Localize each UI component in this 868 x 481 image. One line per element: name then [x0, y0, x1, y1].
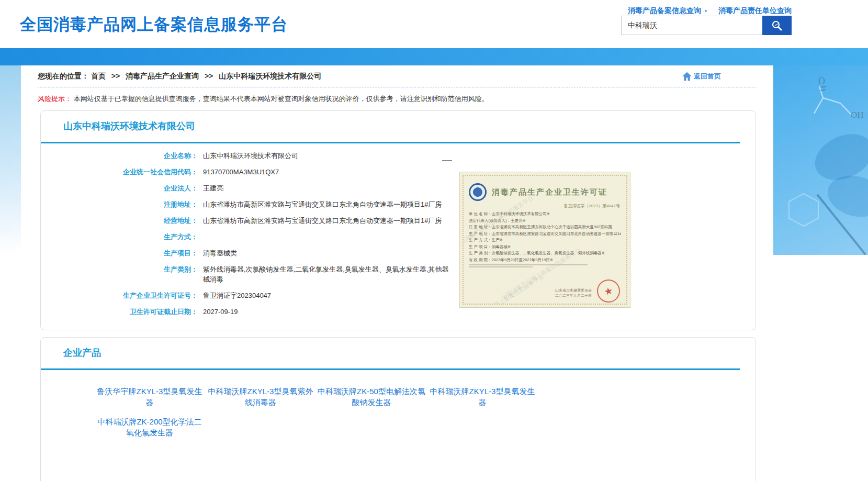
field-label: 企业名称：	[41, 151, 198, 161]
field-label: 生产方式：	[41, 232, 198, 242]
header-divider-bar	[0, 48, 868, 65]
certificate-line-label: 生 产 项 目：	[469, 244, 492, 249]
field-value: 山东省潍坊市高新区潍安路与宝通街交叉路口东北角自动变速器一期项目1#厂房	[203, 216, 442, 226]
company-card-title: 山东中科瑞沃环境技术有限公司	[41, 111, 756, 132]
nav-link-responsible-unit-query[interactable]: 消毒产品责任单位查询	[718, 6, 792, 16]
products-card: 企业产品 鲁沃华宇牌ZKYL-3型臭氧发生器 中科瑞沃牌ZKYL-3型臭氧紫外线…	[40, 337, 756, 481]
certificate-title: 消毒产品生产企业卫生许可证	[492, 187, 607, 197]
certificate-line-production-mode: 生 产 方 式：生产※	[469, 237, 621, 244]
product-link-2[interactable]: 中科瑞沃牌ZKYL-3型臭氧紫外线消毒器	[207, 386, 314, 408]
product-link-3[interactable]: 中科瑞沃牌ZK-50型电解法次氯酸钠发生器	[318, 386, 425, 408]
certificate-line-production-address: 生 产 地 址：山东省潍坊市高新区潍安路与宝通街交叉路口东北角自动变速器一期项目…	[469, 231, 621, 238]
product-links: 鲁沃华宇牌ZKYL-3型臭氧发生器 中科瑞沃牌ZKYL-3型臭氧紫外线消毒器 中…	[96, 386, 556, 438]
back-home-link[interactable]: 返回首页	[682, 72, 721, 81]
field-value: 鲁卫消证字202304047	[203, 290, 271, 300]
certificate-line-value: 消毒器械※	[492, 244, 511, 249]
site-title: 全国消毒产品网上备案信息服务平台	[20, 14, 288, 36]
search-input[interactable]	[621, 16, 762, 35]
certificate-header: 消毒产品生产企业卫生许可证	[469, 183, 621, 201]
field-value: 91370700MA3M3U1QX7	[203, 167, 279, 177]
certificate-line-value: 2023年9月20日至2027年9月19日※	[492, 258, 553, 262]
field-label: 企业法人：	[41, 183, 198, 193]
certificate-emblem-core	[473, 187, 482, 197]
svg-text:O: O	[818, 76, 825, 86]
certificate-line-label: 生 产 类 别：	[469, 251, 492, 255]
field-value: 山东省潍坊市高新区潍安路与宝通街交叉路口东北角自动变速器一期项目1#厂房	[203, 199, 442, 209]
certificate-image: 全国消毒产品网上备案信息服务平台 全国消毒产品网上备案信息服务平台 全国消毒产品…	[459, 172, 630, 308]
risk-notice-label: 风险提示：	[38, 95, 72, 103]
nav-link-record-info-label: 消毒产品备案信息查询	[628, 6, 701, 16]
product-link-4[interactable]: 中科瑞沃牌ZKYL-3型臭氧发生器	[429, 386, 536, 408]
products-card-title: 企业产品	[41, 338, 756, 359]
field-row-credit-code: 企业统一社会信用代码： 91370700MA3M3U1QX7	[41, 167, 756, 177]
certificate-line-value: 生产※	[492, 238, 503, 242]
search-button[interactable]	[762, 16, 792, 35]
company-card: 山东中科瑞沃环境技术有限公司 企业名称： 山东中科瑞沃环境技术有限公司 企业统一…	[40, 110, 756, 330]
content-panel: 您现在的位置： 首页 >> 消毒产品生产企业查询 >> 山东中科瑞沃环境技术有限…	[21, 65, 773, 481]
certificate-line-value: 次氯酸钠发生器、二氧化氯发生器、臭氧发生器、紫外线消毒器※	[492, 251, 605, 255]
certificate-number: 鲁卫消证字（2023）第4047号	[469, 203, 620, 209]
card-title-underline	[41, 368, 740, 370]
certificate-line-label: 法定代表人(或负责人)：	[469, 218, 511, 223]
breadcrumb-separator: >>	[205, 72, 213, 80]
certificate-inner: 全国消毒产品网上备案信息服务平台 全国消毒产品网上备案信息服务平台 全国消毒产品…	[463, 175, 627, 305]
certificate-issue-date: 二〇二三年九月二十日	[555, 293, 592, 298]
certificate-fine-print	[469, 264, 621, 267]
nav-link-record-info-query[interactable]: 消毒产品备案信息查询 ▼	[628, 6, 708, 16]
field-row-registered-address: 注册地址： 山东省潍坊市高新区潍安路与宝通街交叉路口东北角自动变速器一期项目1#…	[41, 199, 756, 209]
certificate-line-production-category: 生 产 类 别：次氯酸钠发生器、二氧化氯发生器、臭氧发生器、紫外线消毒器※	[469, 250, 621, 257]
mini-dash	[442, 160, 452, 161]
site-header: 全国消毒产品网上备案信息服务平台 消毒产品备案信息查询 ▼ 消毒产品责任单位查询	[0, 0, 868, 48]
field-label: 企业统一社会信用代码：	[41, 167, 198, 177]
field-row-production-mode: 生产方式：	[41, 232, 756, 242]
breadcrumb-path: 您现在的位置： 首页 >> 消毒产品生产企业查询 >> 山东中科瑞沃环境技术有限…	[38, 72, 321, 81]
field-value: 王建亮	[203, 183, 223, 193]
field-row-business-address: 经营地址： 山东省潍坊市高新区潍安路与宝通街交叉路口东北角自动变速器一期项目1#…	[41, 216, 756, 226]
certificate-line-value: 山东省潍坊市高新区潍安路与宝通街交叉路口东北角自动变速器一期项目1#厂房	[492, 231, 621, 236]
risk-notice-text: 本网站仅基于已掌握的信息提供查询服务，查询结果不代表本网站对被查询对象信用状况的…	[74, 95, 489, 103]
back-home-label: 返回首页	[694, 72, 721, 81]
product-link-5[interactable]: 中科瑞沃牌ZK-200型化学法二氧化氯发生器	[96, 416, 204, 438]
field-row-production-project: 生产项目： 消毒器械类	[41, 248, 756, 258]
field-row-legal-person: 企业法人： 王建亮	[41, 183, 756, 193]
top-nav: 消毒产品备案信息查询 ▼ 消毒产品责任单位查询	[628, 6, 792, 16]
chevron-down-icon: ▼	[704, 9, 708, 14]
field-value: 2027-09-19	[203, 307, 238, 317]
breadcrumb-item-company-query[interactable]: 消毒产品生产企业查询	[126, 72, 199, 80]
certificate-line-label: 生 产 地 址：	[469, 231, 492, 236]
background-chemistry-art: O OH	[773, 65, 868, 255]
field-row-production-category: 生产类别： 紫外线消毒器,次氯酸钠发生器,二氧化氯发生器,臭氧发生器、臭氧水发生…	[41, 264, 756, 284]
certificate-line-legal: 法定代表人(或负责人)：王建亮※	[469, 218, 621, 225]
chemistry-art-icon: O OH	[773, 65, 868, 255]
breadcrumb: 您现在的位置： 首页 >> 消毒产品生产企业查询 >> 山东中科瑞沃环境技术有限…	[21, 65, 773, 81]
breadcrumb-prefix: 您现在的位置：	[38, 72, 89, 80]
certificate-line-value: 山东中科瑞沃环境技术有限公司※	[492, 211, 550, 216]
certificate-watermark: 全国消毒产品网上备案信息服务平台	[463, 273, 545, 305]
certificate-line-label: 生 产 方 式：	[469, 238, 492, 242]
field-value: 山东中科瑞沃环境技术有限公司	[203, 151, 298, 161]
field-value: 紫外线消毒器,次氯酸钠发生器,二氧化氯发生器,臭氧发生器、臭氧水发生器,其他器械…	[203, 264, 449, 284]
product-link-1[interactable]: 鲁沃华宇牌ZKYL-3型臭氧发生器	[96, 386, 204, 408]
field-value: 消毒器械类	[203, 248, 237, 258]
field-label: 经营地址：	[41, 216, 198, 226]
certificate-seal-icon: ★	[595, 277, 622, 305]
certificate-line-unit: 单 位 名 称：山东中科瑞沃环境技术有限公司※	[469, 211, 621, 218]
certificate-line-registered-address: 注 册 地 址：山东省潍坊市高新区玉清东街以北中心次干道以西高新大厦902室科苑	[469, 224, 621, 231]
field-row-license-expiry: 卫生许可证截止日期： 2027-09-19	[41, 307, 756, 317]
field-label: 卫生许可证截止日期：	[41, 307, 198, 317]
risk-notice: 风险提示： 本网站仅基于已掌握的信息提供查询服务，查询结果不代表本网站对被查询对…	[38, 94, 756, 104]
certificate-line-label: 有 效 期 限：	[469, 258, 492, 262]
search-bar	[621, 16, 792, 35]
certificate-issuer-block: 山东省卫生健康委员会 二〇二三年九月二十日	[555, 288, 592, 298]
certificate-line-production-project: 生 产 项 目：消毒器械※	[469, 244, 621, 251]
field-label: 注册地址：	[41, 199, 198, 209]
breadcrumb-separator: >>	[111, 72, 120, 80]
background-left-strip	[0, 65, 21, 255]
page: 全国消毒产品网上备案信息服务平台 消毒产品备案信息查询 ▼ 消毒产品责任单位查询	[0, 0, 868, 481]
certificate-line-label: 注 册 地 址：	[469, 225, 492, 229]
home-icon	[682, 72, 692, 81]
breadcrumb-item-home[interactable]: 首页	[91, 72, 106, 80]
nav-link-responsible-unit-label: 消毒产品责任单位查询	[718, 6, 792, 16]
svg-text:OH: OH	[851, 110, 864, 120]
magnifier-icon	[771, 19, 783, 32]
